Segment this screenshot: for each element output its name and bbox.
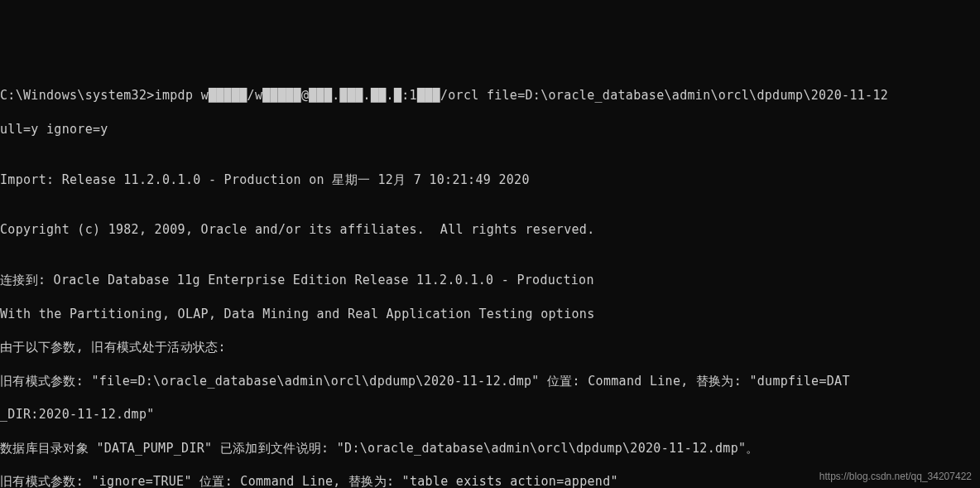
connected-line: 连接到: Oracle Database 11g Enterprise Edit…	[0, 272, 980, 288]
terminal-output[interactable]: C:\Windows\system32>impdp w█████/w█████@…	[0, 70, 980, 488]
with-options-line: With the Partitioning, OLAP, Data Mining…	[0, 306, 980, 322]
dir-continuation-line: _DIR:2020-11-12.dmp"	[0, 406, 980, 423]
command-suffix: /orcl file=D:\oracle_database\admin\orcl…	[440, 88, 888, 103]
prompt-line-1: C:\Windows\system32>impdp w█████/w█████@…	[0, 87, 980, 104]
legacy-param-file-line: 旧有模式参数: "file=D:\oracle_database\admin\o…	[0, 373, 980, 389]
prompt-path: C:\Windows\system32>	[0, 88, 155, 103]
prompt-line-2: ull=y ignore=y	[0, 121, 980, 138]
import-release-line: Import: Release 11.2.0.1.0 - Production …	[0, 172, 980, 188]
command-redacted: w█████/w█████@███.███.██.█:1███	[201, 88, 440, 103]
watermark-text: https://blog.csdn.net/qq_34207422	[819, 470, 972, 483]
command-prefix: impdp	[155, 88, 201, 103]
legacy-mode-active-line: 由于以下参数, 旧有模式处于活动状态:	[0, 339, 980, 355]
copyright-line: Copyright (c) 1982, 2009, Oracle and/or …	[0, 221, 980, 238]
data-pump-dir-line: 数据库目录对象 "DATA_PUMP_DIR" 已添加到文件说明: "D:\or…	[0, 440, 980, 457]
